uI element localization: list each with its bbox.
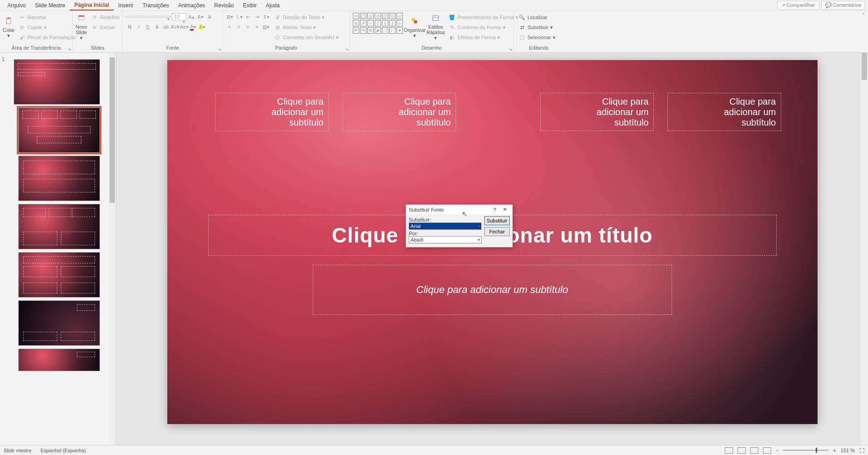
zoom-value[interactable]: 151 % [841,448,855,453]
tab-revisao[interactable]: Revisão [210,1,238,10]
slide-thumb-layout-3[interactable] [18,204,100,249]
highlight-button[interactable]: A▾ [198,23,206,31]
copy-button[interactable]: ⧉Copiar ▾ [16,23,78,32]
status-slide-mode[interactable]: Slide mestre [4,448,31,453]
subtitle-placeholder-2[interactable]: Clique para adicionar um subtítulo [342,93,456,131]
collapse-ribbon-button[interactable]: ˄ [862,13,865,19]
slide-thumb-layout-1[interactable] [18,107,100,153]
reset-button[interactable]: ↺Redefinir [89,13,122,22]
new-slide-button[interactable]: Novo Slide ▾ [75,13,87,41]
underline-button[interactable]: S [144,23,152,31]
align-right-button[interactable]: ≡ [244,23,252,31]
select-button[interactable]: ⬚Selecionar ▾ [517,33,557,42]
dialog-cancel-button[interactable]: Fechar [484,227,510,236]
quick-styles-button[interactable]: Estilos Rápidos ▾ [426,13,445,41]
slide-thumb-layout-4[interactable] [18,252,100,298]
group-title-drawing: Desenho [353,44,511,51]
main-subtitle-placeholder[interactable]: Clique para adicionar um subtítulo [313,265,672,315]
outdent-button[interactable]: ⇤ [244,13,252,21]
shapes-gallery[interactable]: ▭◯△◇⬠⬡▱ ↘↗→⤴{}☆ ↶↷⟲⬈〈〉▾ [353,13,403,34]
tab-inserir[interactable]: Inserir [114,1,138,10]
tab-pagina-inicial[interactable]: Página Inicial [70,0,114,10]
paragraph-launcher[interactable]: ↘ [345,47,349,51]
clear-format-button[interactable]: A̷ [206,13,214,21]
ribbon: Colar ▾ ✂Recortar ⧉Copiar ▾ 🖌Pincel de F… [0,11,868,53]
fit-window-button[interactable]: ⛶ [859,448,864,453]
format-painter-button[interactable]: 🖌Pincel de Formatação [16,33,78,42]
decrease-font-button[interactable]: A▾ [196,13,205,21]
spacing-button[interactable]: AV▾ [171,23,179,31]
paste-button[interactable]: Colar ▾ [3,13,15,41]
dialog-replace-button[interactable]: Substituir [484,216,510,225]
thumb-scrollbar[interactable] [109,53,116,445]
drawing-launcher[interactable]: ↘ [509,47,512,51]
shape-fill-button[interactable]: 🪣Preenchimento da Forma ▾ [447,13,520,22]
zoom-slider[interactable] [783,450,828,451]
subtitle-3-text: Clique para adicionar um subtítulo [597,96,649,128]
bold-button[interactable]: N [125,23,134,31]
font-size-select[interactable]: 12 [172,13,186,20]
subtitle-placeholder-3[interactable]: Clique para adicionar um subtítulo [540,93,654,131]
tab-exibir[interactable]: Exibir [238,1,261,10]
arrange-button[interactable]: Organizar ▾ [405,13,425,41]
strike-button[interactable]: S̶ [153,23,161,31]
numbering-button[interactable]: ⒈▾ [235,13,243,21]
zoom-out-button[interactable]: − [776,448,778,453]
svg-rect-1 [7,17,10,19]
slide-thumb-layout-6[interactable] [18,349,100,371]
tab-ajuda[interactable]: Ajuda [261,1,284,10]
slide-thumb-layout-2[interactable] [18,156,100,201]
smartart-button[interactable]: ⬡Converter em SmartArt ▾ [272,33,341,42]
slide-thumb-master[interactable] [14,59,100,105]
cut-button[interactable]: ✂Recortar [16,13,78,22]
text-direction-button[interactable]: ⇵Direção do Texto ▾ [272,13,341,22]
thumbnail-panel[interactable]: 1 [0,53,116,445]
find-button[interactable]: 🔍Localizar [517,13,557,22]
align-left-button[interactable]: ≡ [226,23,234,31]
linespacing-button[interactable]: ⇕▾ [262,13,270,21]
tab-transicoes[interactable]: Transições [138,1,173,10]
clipboard-launcher[interactable]: ↘ [68,47,71,51]
replace-button[interactable]: ⇄Substituir ▾ [517,23,557,32]
indent-button[interactable]: ⇥ [253,13,261,21]
view-reading-button[interactable] [750,447,758,454]
view-normal-button[interactable] [725,447,733,454]
status-language[interactable]: Espanhol (Espanha) [40,448,86,453]
subtitle-placeholder-4[interactable]: Clique para adicionar um subtítulo [667,93,781,131]
justify-button[interactable]: ≡ [253,23,261,31]
align-center-button[interactable]: ≡ [235,23,243,31]
share-button[interactable]: ↗ Compartilhar [777,1,819,10]
menu-bar: Arquivo Slide Mestre Página Inicial Inse… [0,0,868,11]
slide-thumb-layout-5[interactable] [18,300,100,346]
dialog-close-button[interactable]: ✕ [500,207,510,212]
arrange-icon [409,15,420,26]
comments-button[interactable]: 💬 Comentários [821,1,865,10]
tab-arquivo[interactable]: Arquivo [3,1,30,10]
view-slideshow-button[interactable] [763,447,771,454]
delete-button[interactable]: ✕Excluir [89,23,122,32]
shape-outline-button[interactable]: ✎Contorno da Forma ▾ [447,23,520,32]
dialog-titlebar[interactable]: Substituir Fonte ? ✕ [406,205,512,214]
font-color-button[interactable]: A▾ [189,23,197,31]
dialog-help-button[interactable]: ? [490,207,500,212]
tab-slide-mestre[interactable]: Slide Mestre [30,1,70,10]
with-font-select[interactable]: Abadi [409,236,482,243]
canvas-scrollbar[interactable] [861,53,868,445]
view-sorter-button[interactable] [738,447,746,454]
tab-animacoes[interactable]: Animações [174,1,210,10]
subtitle-placeholder-1[interactable]: Clique para adicionar um subtítulo [215,93,329,131]
align-text-button[interactable]: ⊟Alinhar Texto ▾ [272,23,341,32]
shadow-button[interactable]: ab [162,23,170,31]
replace-font-select[interactable]: Arial [409,222,482,230]
canvas-area[interactable]: Clique para adicionar um subtítulo Cliqu… [116,53,868,445]
increase-font-button[interactable]: A▴ [187,13,196,21]
group-title-slides: Slides [75,44,120,51]
bullets-button[interactable]: ≣▾ [226,13,234,21]
zoom-in-button[interactable]: + [833,448,836,453]
font-name-select[interactable] [125,16,171,18]
italic-button[interactable]: I [135,23,143,31]
font-launcher[interactable]: ↘ [218,47,221,51]
shape-effects-button[interactable]: ◐Efeitos de Forma ▾ [447,33,520,42]
quick-styles-icon [430,13,441,23]
columns-button[interactable]: ▥▾ [262,23,270,31]
